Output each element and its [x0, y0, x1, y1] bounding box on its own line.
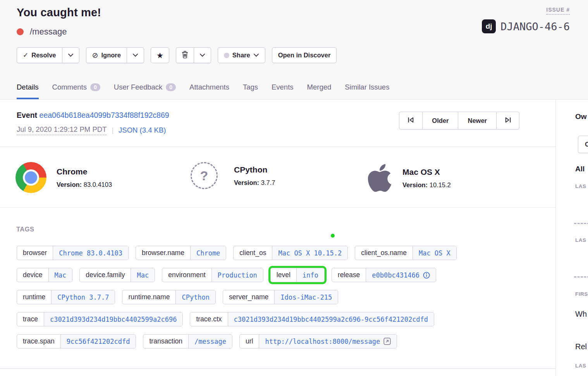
sidebar-release-text: Rel	[575, 342, 587, 351]
tab-label: Details	[17, 83, 39, 91]
delete-button[interactable]	[176, 47, 194, 63]
tag-pill-runtime.name: runtime.nameCPython	[122, 290, 216, 304]
event-meta-line: Jul 9, 2020 1:29:12 PM PDT | JSON (3.4 K…	[17, 125, 166, 135]
tag-pill-url: urlhttp://localhost:8000/message	[239, 334, 397, 348]
event-label: Event	[17, 111, 37, 119]
tag-value-link[interactable]: CPython 3.7.7	[51, 290, 115, 304]
ignore-dropdown-button[interactable]	[127, 47, 144, 63]
event-header-section: Event eea064b618ea4099b7334f88f192c869 J…	[0, 100, 555, 147]
bookmark-button[interactable]: ★	[151, 47, 169, 63]
tab-label: User Feedback	[114, 83, 162, 91]
newest-event-button[interactable]	[496, 112, 519, 129]
event-title-line: Event eea064b618ea4099b7334f88f192c869	[17, 111, 169, 120]
tag-value-link[interactable]: c3021d393d234d19bbc4402599a2c696	[44, 312, 183, 326]
version-value: 3.7.7	[261, 179, 275, 186]
tab-comments[interactable]: Comments 0	[52, 83, 100, 99]
tag-key: runtime	[17, 290, 51, 304]
discover-label: Open in Discover	[278, 52, 331, 59]
tab-attachments[interactable]: Attachments	[189, 83, 229, 99]
sidebar-first-label: FIRS	[575, 291, 588, 297]
tags-rows: browserChrome 83.0.4103browser.nameChrom…	[17, 246, 543, 348]
sidebar-when-text: Wh	[575, 310, 587, 319]
sidebar-last-label: LAS	[575, 363, 586, 369]
sidebar-placeholder-dash	[574, 223, 588, 224]
tag-value-link[interactable]: 9cc56f421202cdfd	[60, 335, 136, 348]
tag-value-link[interactable]: CPython	[175, 290, 215, 304]
event-pagination: Older Newer	[399, 112, 519, 129]
issue-id-block: ISSUE # dj DJANGO-46-6	[482, 6, 570, 33]
tag-key: release	[332, 268, 366, 282]
external-link-icon[interactable]	[383, 338, 391, 345]
chevron-down-icon	[199, 53, 205, 57]
sidebar-claim-button[interactable]: C	[578, 136, 588, 153]
tab-label: Attachments	[189, 83, 229, 91]
share-button[interactable]: Share	[218, 47, 265, 63]
delete-dropdown-button[interactable]	[194, 47, 211, 63]
context-text: Mac OS X Version: 10.15.2	[402, 167, 451, 189]
event-timestamp: Jul 9, 2020 1:29:12 PM PDT	[17, 125, 107, 135]
context-name: CPython	[234, 165, 275, 174]
tag-value-link[interactable]: Production	[211, 268, 263, 282]
tag-value-link[interactable]: Mac	[131, 268, 155, 282]
tag-value-link[interactable]: Mac	[48, 268, 72, 282]
tag-key: trace	[17, 312, 44, 326]
event-json-link[interactable]: JSON (3.4 KB)	[119, 126, 166, 135]
tab-tags[interactable]: Tags	[243, 83, 258, 99]
open-in-discover-button[interactable]: Open in Discover	[272, 47, 337, 63]
oldest-event-button[interactable]	[399, 112, 422, 129]
tag-pill-device.family: device.familyMac	[79, 268, 155, 282]
newer-event-button[interactable]: Newer	[458, 112, 496, 129]
tag-value-link[interactable]: Idos-iMac-215	[274, 290, 338, 304]
tag-pill-release: releasee0b0bc431466	[332, 268, 436, 282]
tag-value-link[interactable]: Chrome	[190, 246, 226, 260]
tag-pill-server_name: server_nameIdos-iMac-215	[223, 290, 338, 304]
share-status-dot-icon	[224, 53, 229, 58]
tag-value-link[interactable]: e0b0bc431466	[366, 268, 436, 282]
event-contexts-section: Chrome Version: 83.0.4103 ? CPython Vers…	[0, 147, 555, 208]
event-id-link[interactable]: eea064b618ea4099b7334f88f192c869	[40, 111, 169, 119]
tag-value-link[interactable]: /message	[188, 335, 232, 348]
tab-merged[interactable]: Merged	[307, 83, 332, 99]
action-toolbar: ✓ Resolve ⊘ Ignore ★	[17, 47, 337, 63]
version-label: Version:	[234, 179, 259, 186]
context-version: Version: 3.7.7	[234, 179, 275, 186]
resolve-button[interactable]: ✓ Resolve	[17, 47, 62, 63]
older-event-button[interactable]: Older	[422, 112, 458, 129]
tag-pill-trace.span: trace.span9cc56f421202cdfd	[17, 334, 136, 348]
context-text: Chrome Version: 83.0.4103	[57, 167, 112, 188]
sidebar-last-label: LAS	[575, 237, 586, 243]
user-feedback-count-badge: 0	[166, 83, 176, 91]
star-icon: ★	[156, 51, 163, 60]
tag-pill-device: deviceMac	[17, 268, 72, 282]
culprit-path: /message	[30, 27, 67, 37]
tag-value-link[interactable]: c3021d393d234d19bbc4402599a2c696-9cc56f4…	[228, 312, 434, 326]
ignore-button[interactable]: ⊘ Ignore	[86, 47, 127, 63]
version-label: Version:	[57, 181, 82, 188]
tab-label: Similar Issues	[345, 83, 389, 91]
version-label: Version:	[402, 181, 428, 188]
tag-row: trace.span9cc56f421202cdfdtransaction/me…	[17, 334, 543, 348]
tag-value-link[interactable]: http://localhost:8000/message	[259, 335, 397, 348]
check-icon: ✓	[23, 51, 28, 59]
tag-value-link[interactable]: Chrome 83.0.4103	[53, 246, 128, 260]
tab-user-feedback[interactable]: User Feedback 0	[114, 83, 176, 99]
tab-details[interactable]: Details	[17, 83, 39, 99]
resolve-button-group: ✓ Resolve	[17, 47, 79, 63]
info-icon[interactable]	[423, 272, 430, 279]
tag-key: client_os.name	[355, 246, 413, 260]
comments-count-badge: 0	[90, 83, 100, 91]
tag-value-link[interactable]: Mac OS X	[413, 246, 456, 260]
tag-key: level	[271, 268, 296, 282]
tab-similar-issues[interactable]: Similar Issues	[345, 83, 389, 99]
issue-short-id: DJANGO-46-6	[500, 21, 570, 33]
resolve-dropdown-button[interactable]	[62, 47, 79, 63]
cursor-dot	[331, 234, 335, 238]
context-version: Version: 83.0.4103	[57, 181, 112, 188]
tag-value-link[interactable]: Mac OS X 10.15.2	[272, 246, 347, 260]
tag-key: device	[17, 268, 48, 282]
tag-key: environment	[162, 268, 211, 282]
trash-icon	[182, 51, 188, 60]
tag-value-link[interactable]: info	[296, 268, 324, 282]
tab-events[interactable]: Events	[272, 83, 294, 99]
tag-pill-environment: environmentProduction	[162, 268, 263, 282]
